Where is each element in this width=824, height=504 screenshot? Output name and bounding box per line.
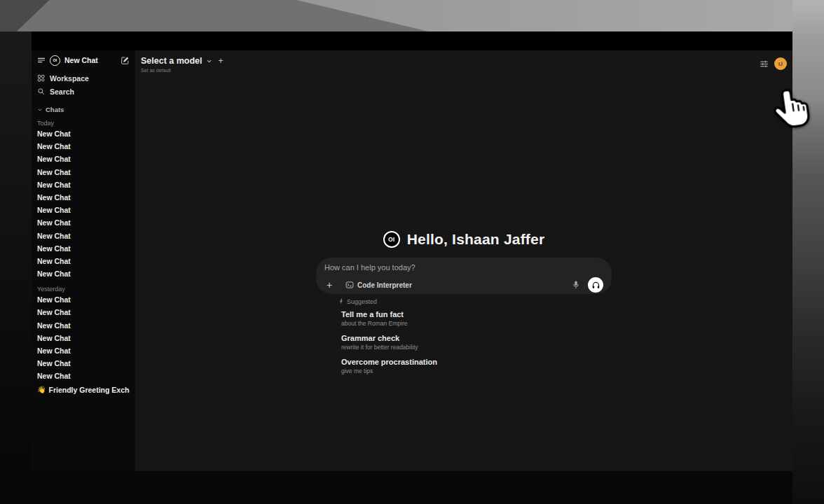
suggested-prompt[interactable]: Tell me a fun fact about the Roman Empir… xyxy=(341,310,612,328)
user-avatar[interactable]: IJ xyxy=(774,57,787,70)
group-label-today: Today xyxy=(37,119,130,127)
wave-emoji-icon: 👋 xyxy=(37,384,46,396)
new-chat-icon[interactable] xyxy=(121,56,130,65)
sidebar-chat-item[interactable]: New Chat xyxy=(37,370,130,382)
chats-section-label: Chats xyxy=(46,106,64,113)
bolt-icon xyxy=(338,298,344,304)
suggested-list: Tell me a fun fact about the Roman Empir… xyxy=(341,310,612,375)
sidebar-chat-item[interactable]: New Chat xyxy=(37,230,130,242)
workspace-grid-icon xyxy=(37,74,45,82)
suggested-prompt-subtitle: give me tips xyxy=(341,368,612,375)
sidebar-chat-item[interactable]: New Chat xyxy=(37,140,130,153)
code-interpreter-label: Code Interpreter xyxy=(357,281,412,289)
sidebar-chat-item[interactable]: New Chat xyxy=(37,255,130,267)
search-icon xyxy=(37,88,45,95)
desktop-background-bottom xyxy=(32,471,792,504)
code-interpreter-toggle[interactable]: Code Interpreter xyxy=(345,281,412,289)
suggested-prompt-title: Overcome procrastination xyxy=(341,358,612,367)
sidebar-chat-item[interactable]: New Chat xyxy=(37,332,130,344)
sidebar-chat-item[interactable]: New Chat xyxy=(37,293,130,306)
sidebar-toggle-icon[interactable] xyxy=(37,56,46,64)
sidebar-chat-item[interactable]: New Chat xyxy=(37,344,130,357)
sidebar-chat-item-named[interactable]: 👋 Friendly Greeting Exchange xyxy=(37,384,130,396)
model-selector-label: Select a model xyxy=(141,56,202,66)
sidebar-item-workspace[interactable]: Workspace xyxy=(37,71,130,85)
suggested-prompt[interactable]: Overcome procrastination give me tips xyxy=(341,358,612,375)
greeting-text: Hello, Ishaan Jaffer xyxy=(407,231,545,248)
suggested-prompt-subtitle: about the Roman Empire xyxy=(341,320,612,328)
main-header: Select a model + Set as default IJ xyxy=(135,50,792,73)
sidebar-chat-item[interactable]: New Chat xyxy=(37,204,130,216)
sidebar-chat-item[interactable]: New Chat xyxy=(37,267,130,280)
sidebar-chat-item[interactable]: New Chat xyxy=(37,319,130,332)
sidebar-chat-item[interactable]: New Chat xyxy=(37,191,130,204)
suggested-section: Suggested Tell me a fun fact about the R… xyxy=(316,298,612,375)
welcome-hero: OI Hello, Ishaan Jaffer How can I help y… xyxy=(316,229,612,382)
suggested-prompt-title: Grammar check xyxy=(341,334,612,343)
sidebar-chat-item[interactable]: New Chat xyxy=(37,127,130,140)
microphone-icon[interactable] xyxy=(572,280,580,290)
sidebar-chat-item[interactable]: New Chat xyxy=(37,306,130,318)
yesterday-chat-list: New ChatNew ChatNew ChatNew ChatNew Chat… xyxy=(37,293,130,382)
suggested-prompt[interactable]: Grammar check rewrite it for better read… xyxy=(341,334,612,351)
chevron-down-icon xyxy=(37,107,43,113)
sidebar-chat-item[interactable]: New Chat xyxy=(37,178,130,191)
set-as-default-button[interactable]: Set as default xyxy=(141,68,224,73)
headphones-icon xyxy=(591,281,600,290)
named-chat-label: Friendly Greeting Exchange xyxy=(48,384,130,396)
app-window: OI New Chat Workspace Search xyxy=(32,31,792,471)
app-logo: OI xyxy=(50,55,60,66)
desktop-background-right xyxy=(792,0,824,504)
add-model-button[interactable]: + xyxy=(219,56,224,66)
today-chat-list: New ChatNew ChatNew ChatNew ChatNew Chat… xyxy=(37,127,130,280)
sidebar-chat-item[interactable]: New Chat xyxy=(37,153,130,165)
sidebar-chat-item[interactable]: New Chat xyxy=(37,216,130,229)
message-input[interactable]: How can I help you today? + Code Interpr… xyxy=(316,258,612,294)
app-logo: OI xyxy=(383,231,400,248)
desktop-background-top xyxy=(0,0,824,31)
model-selector[interactable]: Select a model + xyxy=(141,56,224,66)
greeting-row: OI Hello, Ishaan Jaffer xyxy=(316,229,612,250)
controls-sliders-icon[interactable] xyxy=(760,59,769,69)
sidebar-chat-item[interactable]: New Chat xyxy=(37,357,130,370)
sidebar: OI New Chat Workspace Search xyxy=(32,50,135,471)
window-top-bar xyxy=(32,31,792,50)
desktop-background-left xyxy=(0,31,32,504)
suggested-prompt-title: Tell me a fun fact xyxy=(341,310,612,319)
main-panel: Select a model + Set as default IJ OI xyxy=(135,50,792,471)
chevron-down-icon xyxy=(206,58,212,64)
suggested-label: Suggested xyxy=(347,298,377,305)
attach-button[interactable]: + xyxy=(324,279,334,290)
sidebar-title: New Chat xyxy=(64,56,98,64)
suggested-header: Suggested xyxy=(338,298,612,305)
voice-call-button[interactable] xyxy=(588,277,603,293)
message-input-placeholder: How can I help you today? xyxy=(324,263,603,272)
sidebar-chat-item[interactable]: New Chat xyxy=(37,166,130,178)
terminal-icon xyxy=(345,281,354,289)
suggested-prompt-subtitle: rewrite it for better readability xyxy=(341,344,612,351)
backdrop-diagonal-shape xyxy=(0,0,824,31)
group-label-yesterday: Yesterday xyxy=(37,285,130,293)
sidebar-chat-item[interactable]: New Chat xyxy=(37,242,130,255)
search-label: Search xyxy=(50,88,74,96)
sidebar-header: OI New Chat xyxy=(37,54,130,66)
workspace-label: Workspace xyxy=(50,74,89,83)
chats-section-toggle[interactable]: Chats xyxy=(37,105,130,114)
sidebar-item-search[interactable]: Search xyxy=(37,85,130,98)
